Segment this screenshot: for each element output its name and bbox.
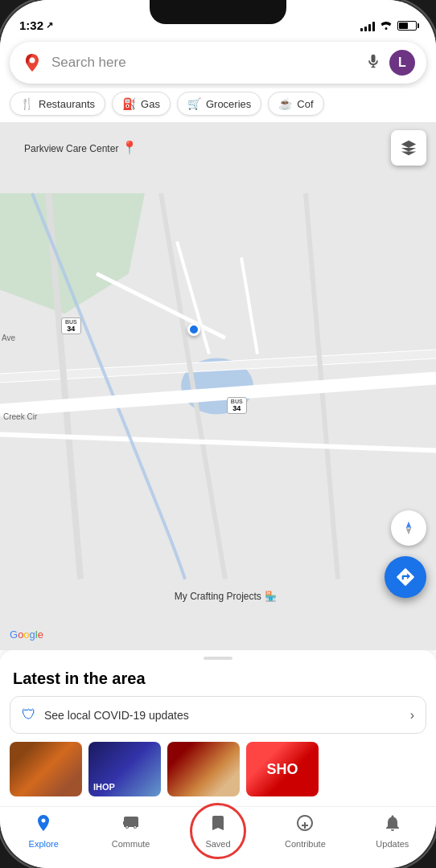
user-avatar[interactable]: L — [389, 50, 415, 76]
pill-groceries-label: Groceries — [206, 98, 251, 110]
user-location-dot — [187, 323, 200, 336]
screen: 1:32 ↗ — [0, 0, 436, 868]
nav-item-contribute[interactable]: Contribute — [261, 810, 348, 852]
thumbnail-4[interactable]: SHO — [246, 742, 319, 796]
nav-item-saved[interactable]: Saved — [175, 810, 261, 852]
google-watermark: Google — [10, 628, 43, 641]
bus-badge-34-1: BUS 34 — [61, 317, 81, 334]
thumbnail-2[interactable]: IHOP — [88, 742, 161, 796]
microphone-icon[interactable] — [365, 53, 381, 73]
phone-frame: 1:32 ↗ — [0, 0, 436, 868]
nav-item-explore[interactable]: Explore — [0, 810, 87, 852]
svg-point-0 — [30, 58, 35, 63]
search-area: Search here L — [0, 35, 436, 88]
nav-label-commute: Commute — [112, 839, 150, 849]
covid-banner[interactable]: 🛡 See local COVID-19 updates › — [10, 696, 426, 734]
explore-icon — [34, 813, 53, 837]
directions-fab[interactable] — [385, 556, 426, 598]
status-icons — [360, 18, 417, 32]
layers-button[interactable] — [391, 130, 426, 166]
bottom-nav: Explore Commute Saved — [0, 806, 436, 868]
chevron-right-icon: › — [410, 708, 414, 723]
section-title: Latest in the area — [0, 669, 436, 696]
svg-line-8 — [0, 435, 436, 451]
creek-label: Creek Cir — [3, 412, 37, 421]
ave-label: Ave — [2, 334, 15, 342]
coffee-icon: ☕ — [278, 97, 292, 110]
pill-restaurants[interactable]: 🍴 Restaurants — [10, 92, 105, 116]
notch — [150, 0, 286, 24]
battery-icon — [397, 21, 417, 31]
saved-icon — [208, 813, 228, 837]
pill-groceries[interactable]: 🛒 Groceries — [177, 92, 261, 116]
thumbnails-row: IHOP SHO — [0, 742, 436, 806]
google-maps-logo-icon — [21, 51, 43, 74]
nav-label-explore: Explore — [29, 839, 59, 849]
pill-restaurants-label: Restaurants — [39, 98, 95, 110]
nav-label-saved: Saved — [205, 839, 230, 849]
nav-item-commute[interactable]: Commute — [87, 810, 174, 852]
search-bar[interactable]: Search here L — [10, 42, 426, 84]
svg-line-10 — [177, 242, 209, 354]
restaurants-icon: 🍴 — [20, 97, 34, 110]
signal-icon — [360, 20, 375, 31]
bus-badge-34-2: BUS 34 — [227, 397, 247, 414]
covid-banner-text: See local COVID-19 updates — [44, 709, 189, 722]
crafting-label: My Crafting Projects 🏪 — [175, 591, 277, 602]
commute-icon — [121, 813, 141, 837]
map-background — [0, 122, 436, 650]
thumbnail-3[interactable] — [167, 742, 240, 796]
updates-icon — [383, 813, 402, 837]
sheet-handle — [204, 657, 232, 660]
location-arrow-icon: ↗ — [46, 20, 53, 31]
search-input[interactable]: Search here — [51, 55, 357, 71]
gas-icon: ⛽ — [122, 97, 136, 110]
nav-item-updates[interactable]: Updates — [349, 810, 436, 852]
status-time: 1:32 ↗ — [19, 18, 53, 32]
category-pills: 🍴 Restaurants ⛽ Gas 🛒 Groceries ☕ Cof — [0, 88, 436, 122]
pill-gas[interactable]: ⛽ Gas — [112, 92, 171, 116]
nav-label-contribute: Contribute — [285, 839, 326, 849]
shield-icon: 🛡 — [22, 706, 36, 723]
pill-coffee-label: Cof — [297, 98, 313, 110]
groceries-icon: 🛒 — [187, 97, 201, 110]
pill-coffee[interactable]: ☕ Cof — [268, 92, 323, 116]
svg-line-9 — [97, 274, 225, 338]
pill-gas-label: Gas — [141, 98, 160, 110]
crafting-pin-icon: 🏪 — [265, 591, 277, 602]
wifi-icon — [380, 18, 393, 32]
nav-label-updates: Updates — [376, 839, 409, 849]
bottom-sheet: Latest in the area 🛡 See local COVID-19 … — [0, 650, 436, 806]
svg-line-11 — [241, 258, 257, 354]
compass-button[interactable] — [391, 510, 426, 546]
contribute-icon — [295, 813, 315, 837]
map-area[interactable]: Parkview Care Center 📍 BUS 34 BUS 34 Ave… — [0, 122, 436, 650]
thumbnail-1[interactable] — [10, 742, 82, 796]
parkview-label: Parkview Care Center 📍 — [24, 140, 138, 155]
